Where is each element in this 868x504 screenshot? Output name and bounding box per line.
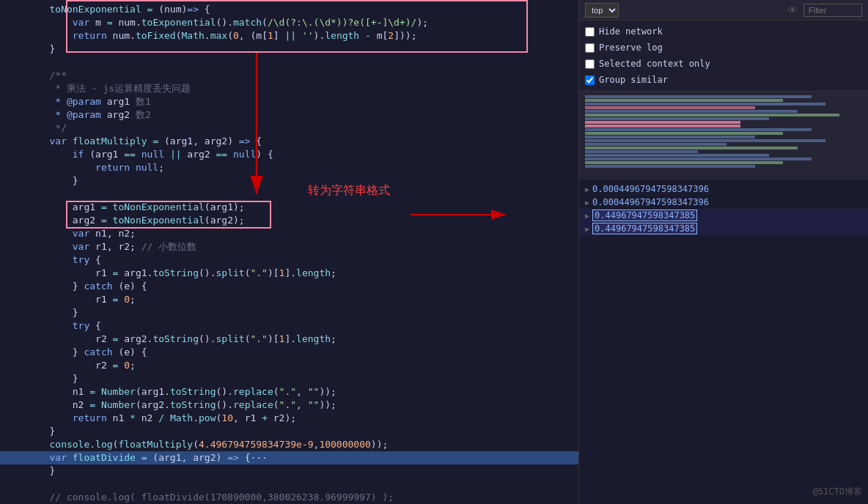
console-value-3[interactable]: 0.44967947598347385 <box>592 210 697 221</box>
code-line <box>0 188 578 201</box>
preserve-log-checkbox[interactable] <box>585 43 595 53</box>
console-value-2[interactable]: 0.00044967947598347396 <box>592 197 709 207</box>
hide-network-row: Hide network <box>585 23 862 40</box>
expand-icon-1: ▶ <box>585 185 589 193</box>
mini-code-thumbnail <box>579 92 868 179</box>
right-panel: top 👁 Hide network Preserve log Selected… <box>579 0 868 504</box>
console-value-1[interactable]: 0.00044967947598347396 <box>592 184 709 194</box>
code-line-arg1: arg1 = toNonExponential(arg1); <box>0 201 578 214</box>
annotation-text: 转为字符串格式 <box>308 183 390 199</box>
code-line: * 乘法 - js运算精度丢失问题 <box>0 82 578 95</box>
top-dropdown[interactable]: top <box>585 3 619 18</box>
selected-context-row: Selected context only <box>585 56 862 72</box>
code-line: try { <box>0 253 578 267</box>
code-line: r1 = 0; <box>0 293 578 306</box>
watermark: @51CTO博客 <box>813 486 862 498</box>
code-line: } <box>0 464 578 478</box>
preserve-log-row: Preserve log <box>585 40 862 56</box>
code-content: toNonExponential = (num)=> { var m = num… <box>0 0 578 504</box>
code-line: * @param arg1 数1 <box>0 95 578 108</box>
code-line: toNonExponential = (num)=> { <box>0 3 578 16</box>
code-line: /** <box>0 69 578 82</box>
code-line: var floatMultiply = (arg1, arg2) => { <box>0 135 578 148</box>
console-item-1: ▶ 0.00044967947598347396 <box>579 182 868 196</box>
filter-input[interactable] <box>803 4 862 17</box>
checkbox-section: Hide network Preserve log Selected conte… <box>579 21 868 92</box>
code-line: console.log(floatMultiply(4.496794759834… <box>0 438 578 451</box>
console-item-2: ▶ 0.00044967947598347396 <box>579 196 868 209</box>
code-line: } <box>0 174 578 188</box>
code-line-comment: // console.log( floatDivide(170890000,38… <box>0 491 578 504</box>
preserve-log-label: Preserve log <box>599 42 663 53</box>
code-line: if (arg1 == null || arg2 == null) { <box>0 148 578 161</box>
code-line: } <box>0 372 578 385</box>
code-line: return num.toFixed(Math.max(0, (m[1] || … <box>0 29 578 42</box>
code-line <box>0 56 578 69</box>
group-similar-row: Group similar <box>585 72 862 88</box>
console-panel: ▶ 0.00044967947598347396 ▶ 0.00044967947… <box>579 179 868 504</box>
selected-context-checkbox[interactable] <box>585 59 595 69</box>
console-value-4[interactable]: 0.44967947598347385 <box>592 223 697 234</box>
expand-icon-4: ▶ <box>585 225 589 233</box>
hide-network-label: Hide network <box>599 26 663 37</box>
code-panel: toNonExponential = (num)=> { var m = num… <box>0 0 579 504</box>
code-line: var n1, n2; <box>0 227 578 240</box>
code-line: } <box>0 425 578 438</box>
console-item-4: ▶ 0.44967947598347385 <box>579 222 868 235</box>
code-line: var r1, r2; // 小数位数 <box>0 240 578 253</box>
hide-network-checkbox[interactable] <box>585 27 595 37</box>
code-line: var m = num.toExponential().match(/\d(?:… <box>0 16 578 29</box>
code-line <box>0 478 578 491</box>
code-line-arg2: arg2 = toNonExponential(arg2); <box>0 214 578 227</box>
code-line: } catch (e) { <box>0 280 578 293</box>
selected-context-label: Selected context only <box>599 59 710 69</box>
expand-icon-3: ▶ <box>585 212 589 220</box>
code-line: return n1 * n2 / Math.pow(10, r1 + r2); <box>0 412 578 425</box>
console-values: ▶ 0.00044967947598347396 ▶ 0.00044967947… <box>579 179 868 238</box>
code-line: * @param arg2 数2 <box>0 108 578 122</box>
code-line: r2 = 0; <box>0 359 578 372</box>
code-line: r1 = arg1.toString().split(".")[1].lengt… <box>0 267 578 280</box>
code-line-highlighted: var floatDivide = (arg1, arg2) => {··· <box>0 451 578 464</box>
code-line: */ <box>0 122 578 135</box>
eye-icon: 👁 <box>787 4 798 16</box>
code-line: return null; <box>0 161 578 174</box>
console-item-3: ▶ 0.44967947598347385 <box>579 209 868 222</box>
code-line: n1 = Number(arg1.toString().replace(".",… <box>0 385 578 399</box>
group-similar-label: Group similar <box>599 75 668 85</box>
code-line: try { <box>0 319 578 333</box>
code-line: r2 = arg2.toString().split(".")[1].lengt… <box>0 333 578 346</box>
code-line: } <box>0 306 578 319</box>
expand-icon-2: ▶ <box>585 199 589 207</box>
code-line: } catch (e) { <box>0 346 578 359</box>
code-line: n2 = Number(arg2.toString().replace(".",… <box>0 399 578 412</box>
group-similar-checkbox[interactable] <box>585 75 595 85</box>
controls-bar: top 👁 <box>579 0 868 21</box>
code-line: } <box>0 42 578 56</box>
